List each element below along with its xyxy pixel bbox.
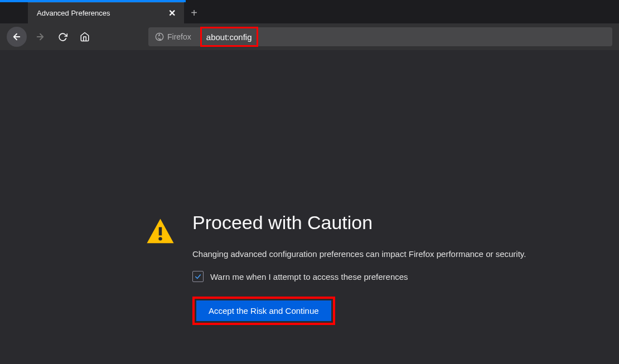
identity-label: Firefox bbox=[167, 32, 191, 41]
warning-icon bbox=[145, 216, 176, 247]
reload-button[interactable] bbox=[54, 28, 71, 46]
toolbar: Firefox about:config bbox=[0, 23, 619, 50]
arrow-right-icon bbox=[35, 32, 45, 42]
warning-body: Proceed with Caution Changing advanced c… bbox=[192, 212, 526, 325]
warn-checkbox-row[interactable]: Warn me when I attempt to access these p… bbox=[192, 271, 526, 282]
tab-advanced-preferences[interactable]: Advanced Preferences ✕ bbox=[28, 2, 184, 23]
checkbox-icon[interactable] bbox=[192, 271, 204, 282]
site-identity[interactable]: Firefox bbox=[151, 32, 196, 41]
accept-risk-button[interactable]: Accept the Risk and Continue bbox=[196, 300, 331, 321]
tab-strip: Advanced Preferences ✕ + bbox=[0, 2, 619, 23]
address-bar[interactable]: Firefox about:config bbox=[148, 27, 612, 46]
arrow-left-icon bbox=[12, 32, 22, 42]
checkmark-icon bbox=[194, 273, 202, 280]
back-button[interactable] bbox=[7, 27, 27, 47]
home-icon bbox=[80, 32, 90, 42]
home-button[interactable] bbox=[76, 28, 94, 46]
url-text: about:config bbox=[206, 32, 252, 42]
tab-title: Advanced Preferences bbox=[37, 9, 166, 17]
reload-icon bbox=[58, 32, 67, 42]
svg-point-2 bbox=[158, 237, 162, 240]
warning-heading: Proceed with Caution bbox=[192, 212, 526, 234]
accept-button-highlight: Accept the Risk and Continue bbox=[192, 297, 335, 325]
url-text-highlighted: about:config bbox=[200, 27, 258, 47]
content-area: Proceed with Caution Changing advanced c… bbox=[0, 50, 619, 325]
svg-rect-1 bbox=[159, 227, 162, 235]
warning-description: Changing advanced configuration preferen… bbox=[192, 249, 526, 259]
firefox-logo-icon bbox=[155, 32, 164, 41]
new-tab-button[interactable]: + bbox=[184, 2, 204, 23]
close-tab-icon[interactable]: ✕ bbox=[166, 8, 177, 19]
forward-button bbox=[31, 28, 49, 46]
warn-checkbox-label: Warn me when I attempt to access these p… bbox=[210, 272, 408, 282]
